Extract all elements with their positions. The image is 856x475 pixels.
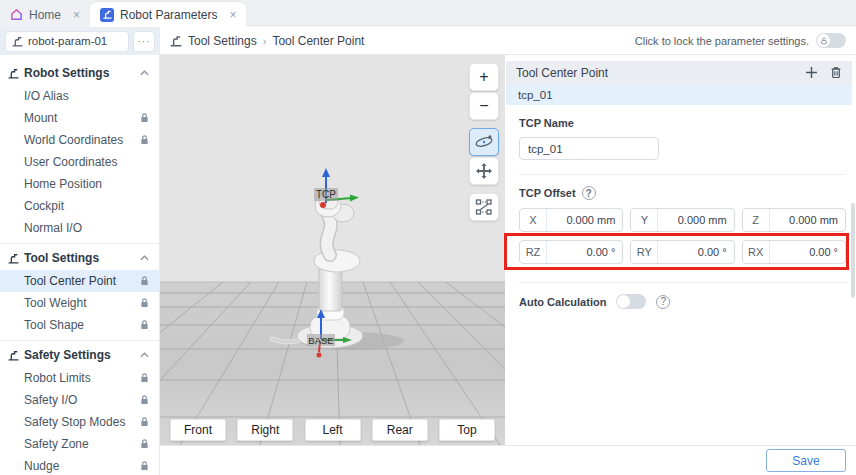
field-value: 0.000 mm [658,209,733,231]
robot-parameters-icon [100,8,114,22]
sidebar-item-user-coordinates[interactable]: User Coordinates [0,151,159,173]
sidebar-item-normal-io[interactable]: Normal I/O [0,217,159,239]
sidebar-item-safety-zone[interactable]: Safety Zone [0,433,159,455]
section-header-safety-settings[interactable]: Safety Settings [0,343,159,367]
unlock-icon [817,34,830,47]
offset-rx-field[interactable]: RX 0.00 ° [742,240,846,264]
robot-arm [272,192,404,350]
tcp-list-item-selected[interactable]: tcp_01 [506,84,852,105]
sidebar-item-tool-weight[interactable]: Tool Weight [0,292,159,314]
offset-rz-field[interactable]: RZ 0.00 ° [519,240,623,264]
field-label: Z [743,209,770,231]
home-icon [10,8,23,21]
view-right-button[interactable]: Right [237,419,293,441]
field-value: 0.00 ° [770,241,845,263]
sidebar-item-label: I/O Alias [24,89,69,103]
sidebar-item-io-alias[interactable]: I/O Alias [0,85,159,107]
field-label: X [520,209,547,231]
zoom-out-button[interactable]: − [469,92,499,120]
offset-ry-field[interactable]: RY 0.00 ° [630,240,734,264]
save-button[interactable]: Save [766,449,846,472]
footer-bar: Save [160,445,856,475]
breadcrumb-separator: › [263,35,267,47]
view-left-button[interactable]: Left [305,419,361,441]
sidebar-item-robot-limits[interactable]: Robot Limits [0,367,159,389]
sidebar-item-label: Tool Shape [24,318,84,332]
chevron-up-icon[interactable] [140,70,149,76]
auto-calculation-toggle[interactable] [616,294,646,309]
robot-icon [8,350,19,361]
panel-scrollbar[interactable] [851,203,855,298]
sidebar-item-label: Robot Limits [24,371,91,385]
sidebar-item-safety-io[interactable]: Safety I/O [0,389,159,411]
main-area: Robot Settings I/O Alias Mount World Coo… [0,55,856,475]
sidebar-item-label: User Coordinates [24,155,117,169]
tab-robot-parameters-close-icon[interactable]: × [229,9,236,21]
chevron-up-icon[interactable] [140,255,149,261]
robot-parameters-app: Home × Robot Parameters × robot-param-01… [0,0,856,475]
pan-button[interactable] [469,157,499,185]
sidebar-item-world-coordinates[interactable]: World Coordinates [0,129,159,151]
offset-y-field[interactable]: Y 0.000 mm [630,208,734,232]
sidebar-item-nudge[interactable]: Nudge [0,455,159,475]
measure-button[interactable] [469,193,499,221]
sidebar-item-label: World Coordinates [24,133,123,147]
tcp-name-input[interactable] [519,137,659,160]
field-value: 0.00 ° [547,241,622,263]
param-name-label: robot-param-01 [28,35,107,47]
field-label: RZ [520,241,547,263]
sidebar-item-label: Safety I/O [24,393,77,407]
sidebar-item-tool-center-point[interactable]: Tool Center Point [0,270,159,292]
parameter-lock-toggle[interactable] [816,33,846,48]
lock-icon [140,439,149,449]
sidebar-item-label: Safety Zone [24,437,89,451]
section-tool-settings: Tool Settings Tool Center Point Tool Wei… [0,243,159,340]
tcp-label: TCP [316,189,336,200]
tcp-name-label: TCP Name [519,117,846,129]
panel-body: TCP Name TCP Offset ? X 0.000 mm [505,105,856,309]
sidebar-item-tool-shape[interactable]: Tool Shape [0,314,159,336]
zoom-in-button[interactable]: + [469,63,499,91]
sidebar-item-mount[interactable]: Mount [0,107,159,129]
lock-icon [140,417,149,427]
more-options-button[interactable]: ··· [133,31,155,52]
delete-tcp-button[interactable] [830,66,842,79]
section-label: Robot Settings [24,66,109,80]
view-rear-button[interactable]: Rear [372,419,428,441]
breadcrumb-section[interactable]: Tool Settings [188,34,257,48]
tcp-offset-help-icon[interactable]: ? [582,186,596,200]
param-name-box[interactable]: robot-param-01 [5,31,129,52]
sidebar-item-home-position[interactable]: Home Position [0,173,159,195]
measure-icon [475,198,493,216]
offset-x-field[interactable]: X 0.000 mm [519,208,623,232]
robot-3d-scene: TCP BASE [160,55,505,445]
field-label: Y [631,209,658,231]
robot-3d-viewport[interactable]: TCP BASE [160,55,505,445]
tab-home[interactable]: Home × [0,2,90,27]
field-label: RX [743,241,770,263]
sidebar-item-label: Mount [24,111,57,125]
view-front-button[interactable]: Front [170,419,226,441]
chevron-up-icon[interactable] [140,352,149,358]
sidebar-item-cockpit[interactable]: Cockpit [0,195,159,217]
viewport-controls: + − [469,63,499,222]
tab-robot-parameters[interactable]: Robot Parameters × [90,2,246,27]
section-header-robot-settings[interactable]: Robot Settings [0,61,159,85]
offset-z-field[interactable]: Z 0.000 mm [742,208,846,232]
lock-icon [140,320,149,330]
sidebar-item-label: Tool Weight [24,296,86,310]
section-header-tool-settings[interactable]: Tool Settings [0,246,159,270]
field-value: 0.00 ° [658,241,733,263]
add-tcp-button[interactable] [805,66,818,79]
sidebar-item-label: Safety Stop Modes [24,415,125,429]
auto-calculation-help-icon[interactable]: ? [656,295,670,309]
view-top-button[interactable]: Top [439,419,495,441]
sidebar: Robot Settings I/O Alias Mount World Coo… [0,55,160,475]
sidebar-item-safety-stop-modes[interactable]: Safety Stop Modes [0,411,159,433]
tab-robot-parameters-label: Robot Parameters [120,8,217,22]
orbit-rotate-button[interactable] [469,128,499,156]
divider [519,174,846,175]
base-label: BASE [308,335,333,346]
tab-home-close-icon[interactable]: × [73,9,80,21]
robot-icon [8,68,19,79]
